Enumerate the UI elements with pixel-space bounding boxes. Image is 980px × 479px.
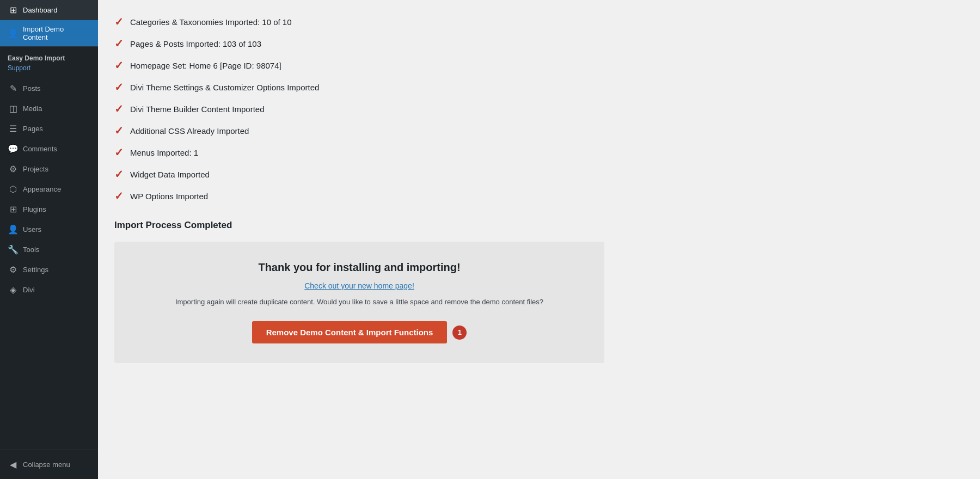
import-item-text: WP Options Imported — [130, 192, 208, 201]
collapse-menu-button[interactable]: ◀ Collapse menu — [0, 455, 98, 475]
dashboard-icon: ⊞ — [8, 5, 19, 15]
import-list-item: ✓Homepage Set: Home 6 [Page ID: 98074] — [114, 54, 964, 76]
media-icon: ◫ — [8, 103, 19, 114]
checkmark-icon: ✓ — [114, 82, 124, 93]
posts-icon: ✎ — [8, 83, 19, 94]
import-list-item: ✓WP Options Imported — [114, 185, 964, 207]
plugins-label: Plugins — [23, 205, 46, 213]
users-label: Users — [23, 225, 41, 234]
import-completed-label: Import Process Completed — [114, 218, 964, 231]
comments-label: Comments — [23, 145, 57, 153]
import-item-text: Menus Imported: 1 — [130, 148, 198, 157]
plugins-icon: ⊞ — [8, 204, 19, 214]
pages-icon: ☰ — [8, 124, 19, 134]
import-list-item: ✓Divi Theme Builder Content Imported — [114, 98, 964, 120]
home-page-link[interactable]: Check out your new home page! — [131, 281, 588, 290]
sidebar-item-posts[interactable]: ✎ Posts — [0, 78, 98, 99]
thank-you-box: Thank you for installing and importing! … — [114, 242, 604, 363]
sidebar-support-link[interactable]: Support — [0, 63, 98, 74]
checkmark-icon: ✓ — [114, 103, 124, 114]
remove-btn-wrap: Remove Demo Content & Import Functions 1 — [131, 321, 588, 343]
sidebar-item-projects[interactable]: ⚙ Projects — [0, 159, 98, 179]
sidebar-footer: ◀ Collapse menu — [0, 450, 98, 479]
tools-label: Tools — [23, 245, 39, 254]
checkmark-icon: ✓ — [114, 191, 124, 201]
appearance-icon: ⬡ — [8, 184, 19, 194]
sidebar-item-import-demo[interactable]: 👤 Import Demo Content — [0, 20, 98, 46]
notification-badge: 1 — [452, 326, 467, 340]
checkmark-icon: ✓ — [114, 60, 124, 71]
import-list-item: ✓Divi Theme Settings & Customizer Option… — [114, 76, 964, 98]
sidebar-item-users[interactable]: 👤 Users — [0, 219, 98, 240]
sidebar-item-media[interactable]: ◫ Media — [0, 99, 98, 119]
divi-label: Divi — [23, 286, 35, 294]
import-list-item: ✓Categories & Taxonomies Imported: 10 of… — [114, 11, 964, 33]
sidebar-item-tools[interactable]: 🔧 Tools — [0, 240, 98, 260]
tools-icon: 🔧 — [8, 244, 19, 255]
import-icon: 👤 — [8, 28, 19, 39]
import-item-text: Divi Theme Builder Content Imported — [130, 105, 265, 114]
import-status-list: ✓Categories & Taxonomies Imported: 10 of… — [114, 11, 964, 207]
posts-label: Posts — [23, 84, 41, 93]
import-list-item: ✓Widget Data Imported — [114, 163, 964, 185]
users-icon: 👤 — [8, 224, 19, 235]
sidebar-item-pages[interactable]: ☰ Pages — [0, 119, 98, 139]
checkmark-icon: ✓ — [114, 38, 124, 49]
import-list-item: ✓Pages & Posts Imported: 103 of 103 — [114, 33, 964, 54]
plugin-section: Easy Demo Import Support — [0, 46, 98, 78]
settings-icon: ⚙ — [8, 265, 19, 275]
projects-icon: ⚙ — [8, 164, 19, 174]
sidebar-item-settings[interactable]: ⚙ Settings — [0, 260, 98, 280]
projects-label: Projects — [23, 165, 48, 173]
import-item-text: Categories & Taxonomies Imported: 10 of … — [130, 17, 292, 27]
sidebar: ⊞ Dashboard 👤 Import Demo Content Easy D… — [0, 0, 98, 479]
import-item-text: Widget Data Imported — [130, 170, 210, 179]
pages-label: Pages — [23, 125, 43, 133]
sidebar-item-plugins[interactable]: ⊞ Plugins — [0, 199, 98, 219]
thank-you-title: Thank you for installing and importing! — [131, 261, 588, 274]
checkmark-icon: ✓ — [114, 169, 124, 180]
checkmark-icon: ✓ — [114, 16, 124, 27]
sidebar-item-divi[interactable]: ◈ Divi — [0, 280, 98, 300]
collapse-label: Collapse menu — [23, 460, 70, 469]
import-list-item: ✓Additional CSS Already Imported — [114, 120, 964, 142]
import-item-text: Additional CSS Already Imported — [130, 126, 249, 136]
import-list-item: ✓Menus Imported: 1 — [114, 142, 964, 163]
divi-icon: ◈ — [8, 285, 19, 295]
checkmark-icon: ✓ — [114, 147, 124, 158]
thank-you-description: Importing again will create duplicate co… — [131, 298, 588, 306]
remove-demo-button[interactable]: Remove Demo Content & Import Functions — [252, 321, 448, 343]
plugin-name-label: Easy Demo Import — [0, 51, 98, 63]
comments-icon: 💬 — [8, 144, 19, 154]
sidebar-item-dashboard[interactable]: ⊞ Dashboard — [0, 0, 98, 20]
sidebar-import-demo-label: Import Demo Content — [23, 25, 90, 41]
main-content: ✓Categories & Taxonomies Imported: 10 of… — [98, 0, 980, 479]
sidebar-item-comments[interactable]: 💬 Comments — [0, 139, 98, 159]
import-item-text: Divi Theme Settings & Customizer Options… — [130, 83, 319, 92]
media-label: Media — [23, 105, 42, 113]
import-item-text: Homepage Set: Home 6 [Page ID: 98074] — [130, 61, 281, 70]
sidebar-dashboard-label: Dashboard — [23, 6, 58, 14]
appearance-label: Appearance — [23, 185, 61, 193]
checkmark-icon: ✓ — [114, 125, 124, 136]
collapse-icon: ◀ — [8, 459, 19, 470]
sidebar-nav: ✎ Posts ◫ Media ☰ Pages 💬 Comments ⚙ Pro… — [0, 78, 98, 300]
settings-label: Settings — [23, 266, 48, 274]
sidebar-item-appearance[interactable]: ⬡ Appearance — [0, 179, 98, 199]
import-item-text: Pages & Posts Imported: 103 of 103 — [130, 39, 261, 48]
